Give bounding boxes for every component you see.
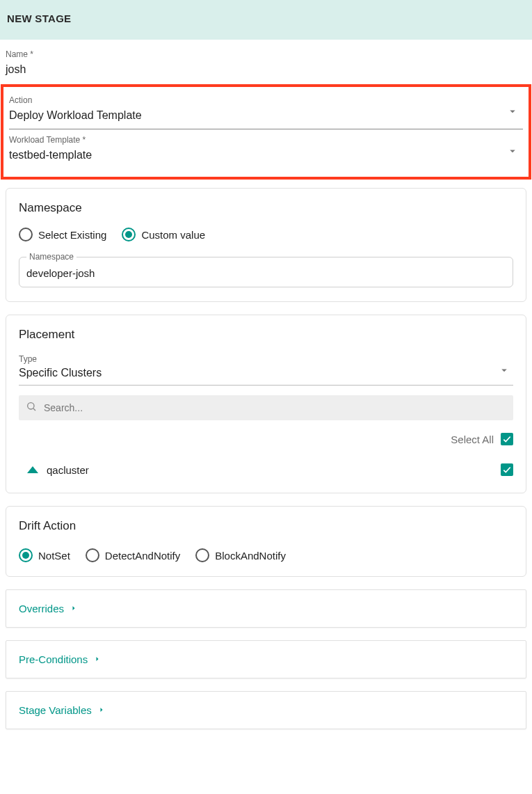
action-value: Deploy Workload Template	[9, 106, 523, 126]
radio-label: BlockAndNotify	[215, 550, 286, 562]
radio-icon	[122, 228, 136, 241]
preconditions-panel[interactable]: Pre-Conditions	[6, 640, 526, 678]
namespace-radio-custom[interactable]: Custom value	[122, 228, 205, 241]
svg-point-0	[28, 403, 34, 409]
chevron-right-icon	[93, 653, 102, 665]
chevron-right-icon	[70, 603, 78, 614]
drift-radio-detect[interactable]: DetectAndNotify	[86, 548, 180, 562]
namespace-input[interactable]: Namespace developer-josh	[19, 257, 513, 287]
overrides-label: Overrides	[19, 603, 64, 614]
action-label: Action	[9, 95, 523, 105]
radio-icon	[19, 228, 33, 241]
cluster-search[interactable]	[19, 395, 513, 420]
cluster-item[interactable]: qacluster	[19, 461, 513, 479]
stagevars-label: Stage Variables	[19, 704, 92, 716]
namespace-radio-existing[interactable]: Select Existing	[19, 228, 106, 241]
drift-title: Drift Action	[19, 519, 513, 533]
chevron-right-icon	[97, 704, 106, 716]
cluster-name: qacluster	[47, 464, 89, 476]
radio-label: Custom value	[141, 229, 205, 241]
workload-template-label: Workload Template *	[9, 135, 523, 145]
namespace-input-label: Namespace	[26, 252, 76, 262]
name-value: josh	[6, 61, 526, 80]
select-all-checkbox[interactable]	[501, 433, 513, 445]
page-banner: NEW STAGE	[0, 0, 532, 40]
action-select[interactable]: Action Deploy Workload Template	[9, 91, 523, 129]
workload-template-value: testbed-template	[9, 146, 523, 166]
placement-type-value: Specific Clusters	[19, 367, 102, 379]
radio-label: DetectAndNotify	[105, 550, 180, 562]
select-all-label: Select All	[451, 434, 494, 445]
namespace-radio-group: Select Existing Custom value	[19, 228, 513, 241]
chevron-down-icon	[506, 105, 519, 120]
drift-radio-group: NotSet DetectAndNotify BlockAndNotify	[19, 548, 513, 562]
radio-icon	[86, 548, 99, 562]
overrides-panel[interactable]: Overrides	[6, 589, 526, 628]
radio-label: Select Existing	[38, 229, 106, 241]
radio-icon	[195, 548, 209, 562]
radio-icon	[19, 548, 33, 562]
name-label: Name *	[6, 49, 526, 59]
placement-card: Placement Type Specific Clusters Select …	[6, 315, 526, 493]
namespace-title: Namespace	[19, 201, 513, 215]
placement-title: Placement	[19, 328, 513, 342]
drift-radio-notset[interactable]: NotSet	[19, 548, 70, 562]
placement-type-label: Type	[19, 354, 513, 364]
banner-title: NEW STAGE	[7, 13, 71, 24]
chevron-down-icon	[506, 145, 519, 160]
workload-template-select[interactable]: Workload Template * testbed-template	[9, 131, 523, 168]
namespace-input-value: developer-josh	[26, 267, 95, 279]
namespace-card: Namespace Select Existing Custom value N…	[6, 188, 526, 302]
drift-action-card: Drift Action NotSet DetectAndNotify Bloc…	[6, 506, 526, 577]
cluster-search-input[interactable]	[42, 402, 506, 414]
stagevars-panel[interactable]: Stage Variables	[6, 691, 526, 729]
svg-line-1	[33, 408, 35, 411]
placement-type-select[interactable]: Specific Clusters	[19, 367, 513, 386]
drift-radio-block[interactable]: BlockAndNotify	[195, 548, 286, 562]
highlight-action-template: Action Deploy Workload Template Workload…	[1, 84, 531, 180]
cluster-checkbox[interactable]	[501, 463, 513, 476]
expand-up-icon[interactable]	[27, 466, 38, 473]
chevron-down-icon	[498, 364, 510, 379]
preconditions-label: Pre-Conditions	[19, 653, 88, 665]
name-field[interactable]: Name * josh	[6, 45, 526, 83]
radio-label: NotSet	[38, 550, 70, 562]
search-icon	[26, 401, 37, 415]
